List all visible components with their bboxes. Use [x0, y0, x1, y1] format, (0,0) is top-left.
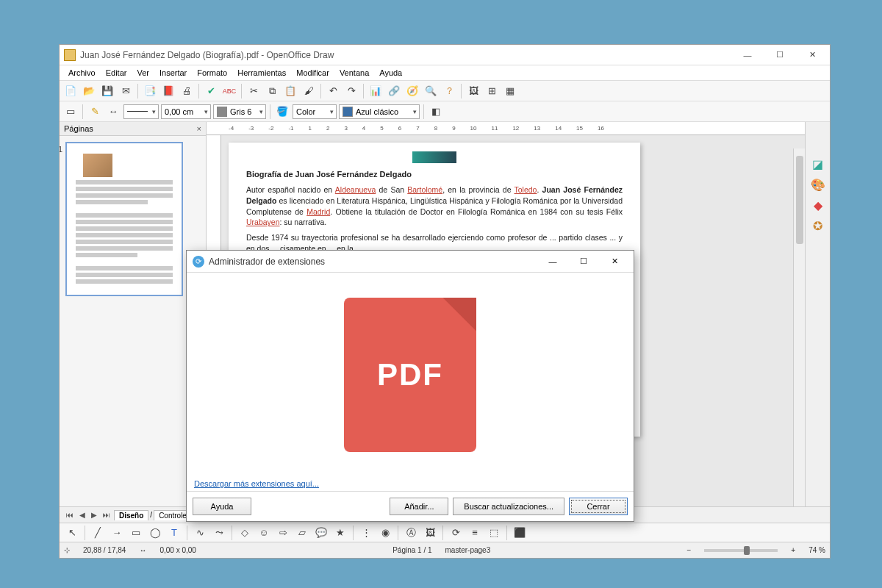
- line-style-combo[interactable]: [123, 104, 159, 119]
- cut-icon[interactable]: ✂: [245, 83, 262, 99]
- menu-herramientas[interactable]: Herramientas: [233, 67, 290, 79]
- menu-insertar[interactable]: Insertar: [155, 67, 191, 79]
- line-icon[interactable]: ╱: [90, 525, 106, 541]
- zoom-in-button[interactable]: +: [791, 546, 795, 554]
- tab-nav-next[interactable]: ▶: [89, 511, 99, 519]
- connector-icon[interactable]: ⤳: [211, 525, 227, 541]
- zoom-out-button[interactable]: −: [687, 546, 692, 554]
- menu-editar[interactable]: Editar: [101, 67, 132, 79]
- gallery-icon[interactable]: 🎨: [810, 176, 826, 193]
- link-madrid[interactable]: Madrid: [306, 207, 330, 216]
- maximize-button[interactable]: ☐: [767, 48, 793, 62]
- fontwork-icon[interactable]: Ⓐ: [403, 525, 419, 541]
- chart-icon[interactable]: 📊: [368, 83, 384, 99]
- mail-icon[interactable]: ✉: [118, 83, 134, 99]
- rotate-icon[interactable]: ⟳: [448, 525, 464, 541]
- link-urabayen[interactable]: Urabayen: [246, 218, 280, 226]
- auto-spell-icon[interactable]: ABC: [221, 83, 237, 99]
- line-style-icon[interactable]: ✎: [87, 104, 103, 120]
- rect-icon[interactable]: ▭: [128, 525, 144, 541]
- arrow-ends-icon[interactable]: ↔: [105, 104, 121, 120]
- align-icon[interactable]: ≡: [467, 525, 483, 541]
- close-button[interactable]: ✕: [799, 48, 825, 62]
- right-toolstrip: ◪ 🎨 ◆ ✪: [805, 122, 830, 506]
- curve-icon[interactable]: ∿: [192, 525, 208, 541]
- ellipse-icon[interactable]: ◯: [147, 525, 163, 541]
- menu-formato[interactable]: Formato: [193, 67, 232, 79]
- navigator-icon[interactable]: 🧭: [404, 83, 420, 99]
- link-aldeanueva[interactable]: Aldeanueva: [335, 185, 376, 194]
- insert-image-icon[interactable]: 🖼: [422, 525, 438, 541]
- status-position: 20,88 / 17,84: [83, 546, 126, 554]
- panel-close-icon[interactable]: ×: [197, 124, 201, 133]
- line-width-combo[interactable]: 0,00 cm: [161, 104, 211, 119]
- color-icon[interactable]: ◆: [810, 197, 826, 213]
- datasource-icon[interactable]: ⊞: [484, 83, 500, 99]
- help-button[interactable]: Ayuda: [193, 498, 251, 515]
- link-bartolome[interactable]: Bartolomé: [407, 185, 442, 194]
- hyperlink-icon[interactable]: 🔗: [386, 83, 402, 99]
- edit-icon[interactable]: 📑: [142, 83, 158, 99]
- undo-icon[interactable]: ↶: [325, 83, 341, 99]
- dialog-close-button[interactable]: ✕: [601, 254, 628, 270]
- extrusion-icon[interactable]: ⬛: [512, 525, 528, 541]
- callouts-icon[interactable]: 💬: [313, 525, 329, 541]
- tab-nav-first[interactable]: ⏮: [64, 511, 76, 519]
- print-icon[interactable]: 🖨: [179, 83, 195, 99]
- menu-ventana[interactable]: Ventana: [335, 67, 373, 79]
- menu-ver[interactable]: Ver: [132, 67, 154, 79]
- status-size-icon: ↔: [139, 546, 146, 554]
- tab-diseno[interactable]: Diseño: [114, 510, 148, 520]
- new-icon[interactable]: 📄: [62, 83, 79, 99]
- block-arrows-icon[interactable]: ⇨: [275, 525, 291, 541]
- points-icon[interactable]: ⋮: [358, 525, 374, 541]
- basic-shapes-icon[interactable]: ◇: [237, 525, 253, 541]
- dialog-minimize-button[interactable]: —: [539, 254, 566, 270]
- fill-color-combo[interactable]: Azul clásico: [339, 104, 420, 119]
- glue-icon[interactable]: ◉: [377, 525, 393, 541]
- copy-icon[interactable]: ⧉: [264, 83, 280, 99]
- shadow-icon[interactable]: ◧: [428, 104, 444, 120]
- add-button[interactable]: Añadir...: [390, 498, 448, 515]
- grid-icon[interactable]: ▦: [502, 83, 518, 99]
- menu-ayuda[interactable]: Ayuda: [375, 67, 406, 79]
- page-thumbnail[interactable]: 1: [65, 142, 183, 296]
- more-extensions-link[interactable]: Descargar más extensiones aquí...: [194, 479, 319, 488]
- link-toledo[interactable]: Toledo: [514, 185, 537, 194]
- redo-icon[interactable]: ↷: [343, 83, 359, 99]
- symbol-shapes-icon[interactable]: ☺: [256, 525, 272, 541]
- thumbnails: 1: [60, 136, 206, 506]
- tab-nav-last[interactable]: ⏭: [101, 511, 112, 519]
- fill-icon[interactable]: 🪣: [274, 104, 290, 120]
- save-icon[interactable]: 💾: [99, 83, 115, 99]
- dialog-maximize-button[interactable]: ☐: [570, 254, 597, 270]
- spellcheck-icon[interactable]: ✔: [203, 83, 219, 99]
- flowchart-icon[interactable]: ▱: [294, 525, 310, 541]
- gallery-icon[interactable]: 🖼: [465, 83, 481, 99]
- help-icon[interactable]: ？: [441, 83, 457, 99]
- zoom-icon[interactable]: 🔍: [423, 83, 439, 99]
- open-icon[interactable]: 📂: [81, 83, 97, 99]
- minimize-button[interactable]: —: [734, 48, 761, 62]
- pdf-export-icon[interactable]: 📕: [160, 83, 176, 99]
- status-page: Página 1 / 1: [392, 546, 431, 554]
- navigator-icon[interactable]: ✪: [810, 218, 826, 234]
- vertical-scrollbar[interactable]: [793, 148, 805, 506]
- format-paint-icon[interactable]: 🖌: [301, 83, 317, 99]
- menu-modificar[interactable]: Modificar: [292, 67, 334, 79]
- zoom-slider[interactable]: [704, 549, 778, 552]
- paste-icon[interactable]: 📋: [282, 83, 298, 99]
- text-icon[interactable]: T: [166, 525, 182, 541]
- styles-icon[interactable]: ◪: [810, 156, 826, 172]
- line-color-combo[interactable]: Gris 6: [213, 104, 266, 119]
- close-dialog-button[interactable]: Cerrar: [569, 498, 628, 515]
- fill-mode-combo[interactable]: Color: [293, 104, 337, 119]
- stars-icon[interactable]: ★: [332, 525, 348, 541]
- pointer-icon[interactable]: ↖: [64, 525, 80, 541]
- tab-nav-prev[interactable]: ◀: [77, 511, 87, 519]
- arrange-icon[interactable]: ⬚: [486, 525, 502, 541]
- arrow-icon[interactable]: →: [109, 525, 125, 541]
- check-updates-button[interactable]: Buscar actualizaciones...: [453, 498, 564, 515]
- arrow-select-icon[interactable]: ▭: [62, 104, 79, 120]
- menu-archivo[interactable]: Archivo: [64, 67, 100, 79]
